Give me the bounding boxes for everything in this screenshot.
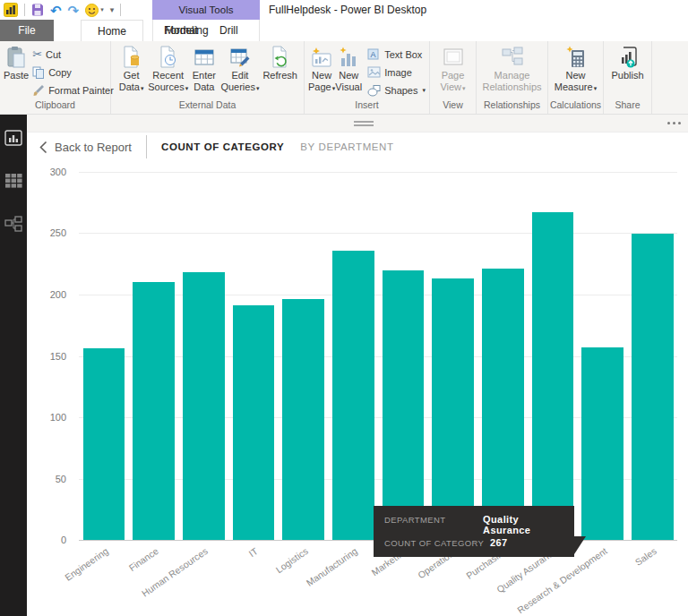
relationships-view-button[interactable] xyxy=(4,215,22,233)
get-data-button[interactable]: Get Data▾ xyxy=(115,45,148,92)
y-axis-label: 250 xyxy=(50,227,66,238)
tab-drill[interactable]: Drill xyxy=(209,20,249,41)
chart-title: COUNT OF CATEGORY xyxy=(161,141,284,152)
chevron-down-icon: ▾ xyxy=(594,85,598,91)
chevron-down-icon: ▾ xyxy=(100,6,104,13)
bar[interactable] xyxy=(282,299,324,540)
text-box-button[interactable]: A Text Box xyxy=(367,47,426,62)
page-view-button[interactable]: Page View▾ xyxy=(434,45,472,92)
powerbi-logo-icon xyxy=(4,3,18,17)
smiley-icon[interactable]: ▾ xyxy=(85,4,104,17)
y-axis-label: 300 xyxy=(50,167,66,177)
y-axis-label: 50 xyxy=(56,474,66,484)
data-view-button[interactable] xyxy=(4,172,22,190)
new-measure-icon xyxy=(564,45,588,70)
chevron-down-icon: ▾ xyxy=(422,87,426,94)
group-relationships: Manage Relationships Relationships xyxy=(477,41,548,114)
tab-format[interactable]: Format xyxy=(153,20,209,41)
cut-button[interactable]: ✂ Cut xyxy=(32,47,114,62)
copy-button[interactable]: Copy xyxy=(32,64,114,80)
y-axis-label: 0 xyxy=(61,535,66,545)
y-axis-label: 200 xyxy=(50,289,66,300)
manage-relationships-button[interactable]: Manage Relationships xyxy=(480,45,544,92)
window-title: FullHelpdesk - Power BI Desktop xyxy=(269,0,426,20)
data-view-icon xyxy=(5,174,22,188)
bar[interactable] xyxy=(183,272,225,540)
new-page-button[interactable]: New Page▾ xyxy=(308,45,335,92)
format-painter-icon xyxy=(32,84,45,97)
refresh-button[interactable]: Refresh xyxy=(260,45,300,81)
save-icon[interactable] xyxy=(31,4,44,16)
title-bar: ↶ ↷ ▾ ▾ Visual Tools FullHelpdesk - Powe… xyxy=(0,0,688,20)
toolbar-dropdown-icon[interactable]: ▾ xyxy=(110,5,115,14)
bar[interactable] xyxy=(432,278,474,540)
bar[interactable] xyxy=(532,212,574,540)
group-label: Insert xyxy=(305,98,429,114)
ribbon-tabs: File Home Modeling xyxy=(0,20,688,41)
bars-container xyxy=(79,172,677,540)
group-label: Relationships xyxy=(477,98,547,114)
ribbon: Paste ✂ Cut Copy Format Painter xyxy=(0,41,688,115)
contextual-tab-label: Visual Tools xyxy=(179,4,234,15)
shapes-icon xyxy=(367,84,381,97)
bar[interactable] xyxy=(581,347,624,540)
format-painter-button[interactable]: Format Painter xyxy=(32,82,114,98)
group-calculations: New Measure▾ Calculations xyxy=(548,41,604,114)
enter-data-button[interactable]: Enter Data xyxy=(188,45,219,92)
divider xyxy=(24,4,25,16)
back-to-report-button[interactable]: Back to Report xyxy=(39,141,132,154)
group-label: External Data xyxy=(111,98,304,114)
report-view-button[interactable] xyxy=(4,129,22,147)
chart-tooltip: DEPARTMENT Quality Asurance COUNT OF CAT… xyxy=(374,506,574,557)
group-share: Publish Share xyxy=(604,41,652,114)
bar[interactable] xyxy=(482,269,524,540)
relationships-view-icon xyxy=(4,216,22,232)
publish-button[interactable]: Publish xyxy=(607,45,648,81)
group-label: Clipboard xyxy=(0,98,110,114)
chevron-down-icon: ▾ xyxy=(256,85,260,91)
chevron-down-icon: ▾ xyxy=(141,85,144,91)
tab-file[interactable]: File xyxy=(0,20,54,41)
bar[interactable] xyxy=(133,282,175,540)
enter-data-icon xyxy=(194,45,215,70)
contextual-tab-header: Visual Tools xyxy=(152,0,260,20)
plot-area xyxy=(79,172,677,540)
copy-icon xyxy=(32,66,45,79)
new-visual-button[interactable]: New Visual xyxy=(335,45,362,92)
chart-subtitle: BY DEPARTMENT xyxy=(300,141,393,152)
group-clipboard: Paste ✂ Cut Copy Format Painter xyxy=(0,41,111,114)
recent-sources-button[interactable]: Recent Sources▾ xyxy=(148,45,188,92)
refresh-icon xyxy=(270,45,291,70)
canvas-top-strip xyxy=(27,115,688,133)
bar[interactable] xyxy=(332,251,374,540)
publish-icon xyxy=(616,45,640,70)
svg-text:A: A xyxy=(371,50,376,59)
manage-relationships-icon xyxy=(501,45,524,70)
tab-home[interactable]: Home xyxy=(81,20,143,41)
new-measure-button[interactable]: New Measure▾ xyxy=(552,45,599,92)
divider xyxy=(120,4,121,16)
ribbon-spacer xyxy=(652,41,688,114)
shapes-button[interactable]: Shapes ▾ xyxy=(367,82,426,98)
group-external-data: Get Data▾ Recent Sources▾ Enter Data Edi… xyxy=(111,41,305,114)
redo-icon[interactable]: ↷ xyxy=(68,4,80,17)
undo-icon[interactable]: ↶ xyxy=(50,4,62,17)
paste-button[interactable]: Paste xyxy=(4,45,29,81)
recent-sources-icon xyxy=(158,45,179,70)
x-axis-label: IT xyxy=(246,545,260,559)
bar[interactable] xyxy=(632,234,674,541)
bar[interactable] xyxy=(83,348,125,540)
image-button[interactable]: Image xyxy=(367,64,426,80)
y-axis: 050100150200250300 xyxy=(32,172,72,540)
edit-queries-button[interactable]: Edit Queries▾ xyxy=(220,45,261,92)
drag-handle[interactable] xyxy=(354,121,374,128)
bar[interactable] xyxy=(383,270,425,540)
quick-access-toolbar: ↶ ↷ ▾ ▾ xyxy=(4,0,121,20)
view-sidebar xyxy=(0,115,27,616)
text-box-icon: A xyxy=(367,48,381,61)
x-axis-label: Sales xyxy=(633,545,658,568)
tooltip-row: DEPARTMENT Quality Asurance xyxy=(384,514,563,535)
bar[interactable] xyxy=(233,305,275,540)
x-axis-label: Manufacturing xyxy=(305,545,359,588)
more-options-icon[interactable] xyxy=(667,122,681,124)
